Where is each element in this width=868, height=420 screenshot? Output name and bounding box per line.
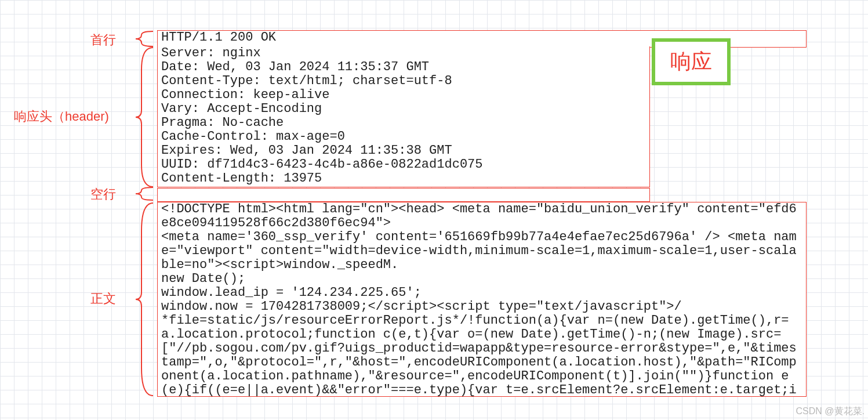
label-first-line: 首行 (90, 31, 116, 49)
brace-body (119, 202, 154, 397)
blank-line-content (158, 189, 649, 202)
headers-content: Server: nginx Date: Wed, 03 Jan 2024 11:… (158, 46, 649, 186)
body-content: <!DOCTYPE html><html lang="cn"><head> <m… (158, 202, 806, 397)
response-badge: 响应 (652, 38, 731, 85)
label-blank-line: 空行 (90, 186, 116, 203)
brace-blank-line (119, 186, 154, 201)
blank-line-box (157, 188, 650, 202)
header-box: Server: nginx Date: Wed, 03 Jan 2024 11:… (157, 46, 650, 187)
watermark: CSDN @黄花菜. (796, 405, 865, 418)
label-header: 响应头（header) (14, 108, 109, 125)
label-body: 正文 (90, 290, 116, 307)
body-box: <!DOCTYPE html><html lang="cn"><head> <m… (157, 202, 807, 397)
brace-first-line (119, 30, 154, 48)
brace-header (119, 46, 154, 188)
